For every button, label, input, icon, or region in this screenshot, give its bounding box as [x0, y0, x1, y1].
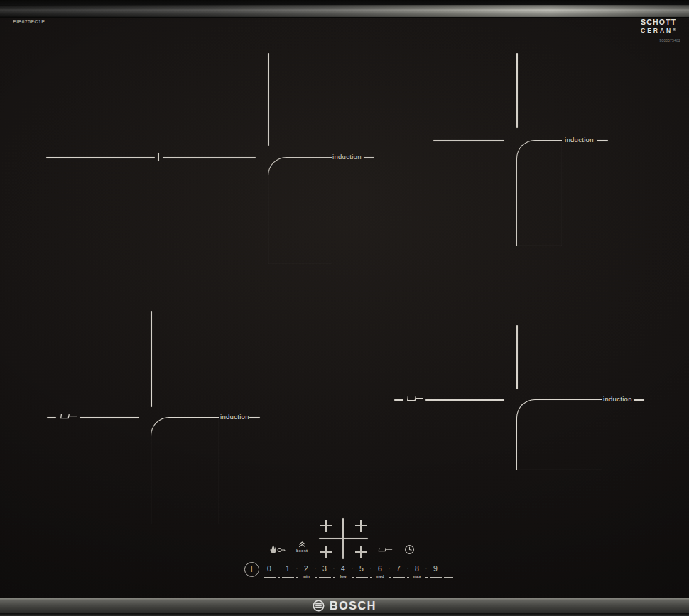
- level-key-6[interactable]: 6med: [373, 561, 387, 578]
- zone-marking-line: [151, 311, 152, 407]
- level-key-3[interactable]: 3: [318, 561, 332, 578]
- ceran-text: CERAN: [641, 27, 673, 34]
- zone-induction-label: induction: [565, 136, 594, 144]
- slider-lead-dash: [224, 561, 241, 578]
- zone-marking-line: [163, 157, 256, 158]
- zone-selector-cross-line: [319, 538, 368, 539]
- level-number: 1: [281, 561, 295, 577]
- zone-marking-corner: [268, 157, 332, 264]
- glass-part-number: 9000575482: [641, 38, 680, 43]
- zone-marking-dash: [249, 417, 260, 418]
- zone-marking-tick: [158, 153, 159, 161]
- level-label-med: med: [373, 574, 387, 578]
- level-key-2[interactable]: 2min: [299, 561, 313, 578]
- zone-marking-dash: [597, 140, 608, 141]
- model-code-label: PIF675FC1E: [13, 19, 45, 24]
- level-key-8[interactable]: 8max: [410, 561, 424, 578]
- pan-sensor-icon: [406, 395, 424, 403]
- schott-logo-line2: CERAN®: [641, 26, 680, 34]
- level-number: 3: [318, 561, 332, 577]
- bottom-edge-strip: [0, 613, 689, 616]
- level-key-0[interactable]: 0: [262, 561, 276, 578]
- zone-marking-dash: [47, 417, 56, 418]
- zone-marking-corner: [516, 399, 602, 470]
- zone-marking-line: [433, 140, 504, 141]
- zone-marking-corner: [516, 140, 562, 246]
- level-label-max: max: [410, 574, 424, 578]
- zone-marking-line: [516, 53, 518, 128]
- level-number: 9: [428, 561, 443, 577]
- level-key-7[interactable]: 7: [391, 561, 406, 578]
- level-key-4[interactable]: 4low: [336, 561, 350, 578]
- boost-key[interactable]: boost: [293, 541, 310, 553]
- level-number: 7: [391, 561, 406, 577]
- boost-label: boost: [296, 549, 308, 553]
- registered-mark: ®: [673, 28, 676, 32]
- child-lock-key-icon[interactable]: [268, 544, 286, 554]
- top-edge-dark-strip: [0, 0, 689, 5]
- zone-marking-corner: [151, 417, 219, 524]
- zone-marking-dash: [394, 399, 403, 401]
- zone-induction-label: induction: [332, 153, 362, 161]
- level-label-low: low: [336, 574, 350, 578]
- zone-marking-dash: [364, 157, 374, 158]
- power-icon: I: [244, 562, 259, 577]
- zone-induction-label: induction: [603, 396, 632, 403]
- level-key-9[interactable]: 9: [428, 561, 443, 578]
- zone-marking-line: [46, 157, 155, 158]
- zone-marking-line: [425, 399, 504, 401]
- zone-marking-line: [268, 53, 269, 146]
- power-level-slider[interactable]: I 0 1 · 2min · 3 · 4low · 5 · 6med · 7 ·…: [224, 561, 454, 578]
- zone-select-plus-front-right[interactable]: [355, 520, 367, 532]
- zone-induction-label: induction: [220, 414, 249, 421]
- top-bevel-trim: [0, 5, 689, 18]
- bosch-emblem-icon: [313, 600, 325, 612]
- timer-clock-icon[interactable]: [404, 544, 415, 555]
- level-key-1[interactable]: 1: [281, 561, 295, 578]
- front-trim: BOSCH: [0, 598, 689, 613]
- level-number: 5: [354, 561, 369, 577]
- schott-ceran-logo: SCHOTT CERAN® 9000575482: [641, 18, 680, 43]
- induction-hob: PIF675FC1E SCHOTT CERAN® 9000575482 indu…: [0, 0, 689, 616]
- pan-sensor-key-icon[interactable]: [377, 546, 393, 553]
- power-key[interactable]: I: [241, 561, 262, 578]
- zone-marking-dash: [634, 399, 644, 401]
- level-number: 0: [262, 561, 276, 577]
- zone-marking-line: [516, 325, 518, 389]
- zone-select-plus-front-left[interactable]: [320, 520, 332, 532]
- bosch-logo-text: BOSCH: [330, 600, 376, 612]
- zone-marking-line: [80, 417, 139, 418]
- schott-logo-line1: SCHOTT: [641, 18, 680, 26]
- level-label-min: min: [299, 574, 313, 578]
- pan-sensor-icon: [59, 413, 77, 421]
- double-chevron-up-icon: [298, 541, 306, 548]
- power-symbol: I: [250, 566, 252, 573]
- zone-select-plus-rear-right[interactable]: [355, 546, 367, 558]
- slider-tail-dash: [443, 561, 454, 578]
- zone-select-plus-rear-left[interactable]: [320, 546, 332, 558]
- ceramic-glass-surface: [0, 18, 689, 598]
- level-key-5[interactable]: 5: [354, 561, 369, 578]
- bosch-logo: BOSCH: [313, 600, 376, 612]
